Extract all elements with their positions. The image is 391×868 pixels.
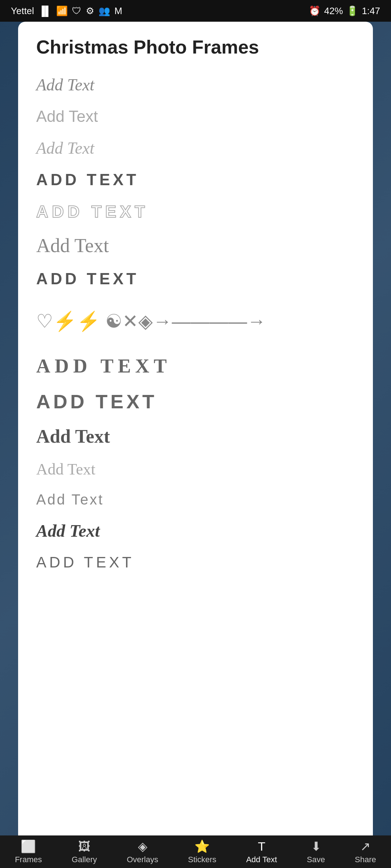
carrier-label: Yettel xyxy=(11,5,34,17)
overlays-icon: ◈ xyxy=(138,839,147,854)
font-option-14[interactable]: Add Text xyxy=(36,514,355,547)
share-label: Share xyxy=(355,855,376,864)
overlays-label: Overlays xyxy=(127,855,158,864)
font-option-8[interactable]: ♡⚡⚡ ☯✕◈→————→ xyxy=(36,302,355,341)
nav-gallery[interactable]: 🖼 Gallery xyxy=(72,839,97,864)
nav-share[interactable]: ↗ Share xyxy=(355,839,376,864)
signal-icon: ▐▌ xyxy=(38,5,52,17)
vpn-icon: 🛡 xyxy=(72,5,81,17)
gallery-label: Gallery xyxy=(72,855,97,864)
font-option-5[interactable]: ADD TEXT xyxy=(36,195,355,228)
nav-add-text[interactable]: T Add Text xyxy=(246,839,277,864)
time-label: 1:47 xyxy=(362,5,380,17)
nav-save[interactable]: ⬇ Save xyxy=(307,839,325,864)
settings-icon: ⚙ xyxy=(86,5,94,17)
spacer-bottom xyxy=(36,341,355,348)
font-option-7[interactable]: ADD TEXT xyxy=(36,263,355,294)
save-label: Save xyxy=(307,855,325,864)
add-text-label: Add Text xyxy=(246,855,277,864)
wifi-icon: 📶 xyxy=(56,5,68,17)
alarm-icon: ⏰ xyxy=(309,5,320,17)
spacer-top xyxy=(36,294,355,302)
gmail-icon: M xyxy=(114,5,122,17)
bottom-nav: ⬜ Frames 🖼 Gallery ◈ Overlays ⭐ Stickers… xyxy=(0,835,391,868)
status-left: Yettel ▐▌ 📶 🛡 ⚙ 👥 M xyxy=(11,5,122,17)
font-option-6[interactable]: Add Text xyxy=(36,228,355,263)
font-option-3[interactable]: Add Text xyxy=(36,132,355,164)
font-option-2[interactable]: Add Text xyxy=(36,101,355,132)
font-picker-modal: Christmas Photo Frames Add TextAdd TextA… xyxy=(18,22,373,868)
frames-icon: ⬜ xyxy=(21,839,36,854)
nav-overlays[interactable]: ◈ Overlays xyxy=(127,839,158,864)
stickers-label: Stickers xyxy=(188,855,216,864)
status-bar: Yettel ▐▌ 📶 🛡 ⚙ 👥 M ⏰ 42% 🔋 1:47 xyxy=(0,0,391,22)
share-icon: ↗ xyxy=(360,839,370,854)
frames-label: Frames xyxy=(15,855,42,864)
modal-title: Christmas Photo Frames xyxy=(36,36,355,58)
save-icon: ⬇ xyxy=(311,839,321,854)
font-option-15[interactable]: ADD TEXT xyxy=(36,547,355,578)
add-text-icon: T xyxy=(258,839,265,854)
stickers-icon: ⭐ xyxy=(194,839,210,854)
font-list: Add TextAdd TextAdd TextADD TEXTADD TEXT… xyxy=(36,69,355,578)
nav-frames[interactable]: ⬜ Frames xyxy=(15,839,42,864)
battery-icon: 🔋 xyxy=(346,5,358,17)
nav-stickers[interactable]: ⭐ Stickers xyxy=(188,839,216,864)
battery-label: 42% xyxy=(324,5,343,17)
font-option-12[interactable]: Add Text xyxy=(36,454,355,485)
font-option-1[interactable]: Add Text xyxy=(36,69,355,101)
user-icon: 👥 xyxy=(98,5,110,17)
font-option-4[interactable]: ADD TEXT xyxy=(36,164,355,195)
status-right: ⏰ 42% 🔋 1:47 xyxy=(309,5,380,17)
gallery-icon: 🖼 xyxy=(78,839,91,854)
font-option-9[interactable]: ADD TEXT xyxy=(36,348,355,384)
font-option-10[interactable]: ADD TEXT xyxy=(36,384,355,419)
font-option-13[interactable]: Add Text xyxy=(36,485,355,514)
font-option-11[interactable]: Add Text xyxy=(36,419,355,454)
